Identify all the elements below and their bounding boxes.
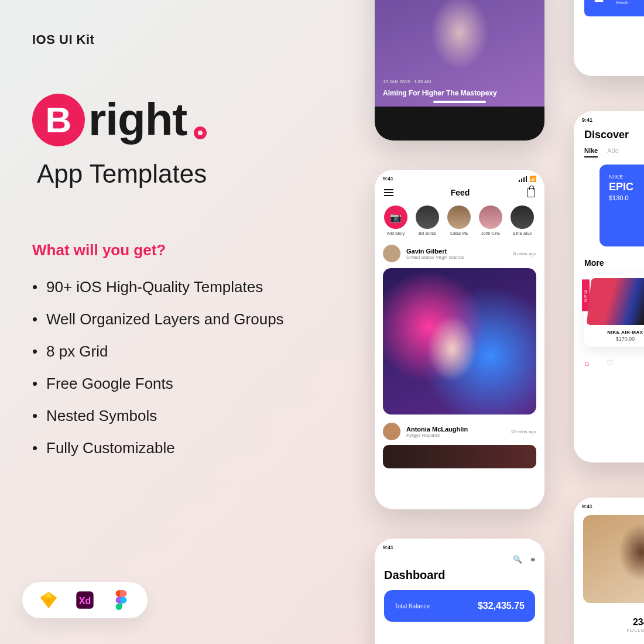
story-label: Bill Jonse xyxy=(419,231,436,235)
status-time: 9:41 xyxy=(383,544,393,550)
post-time: 8 mins ago xyxy=(513,251,536,256)
kicker: IOS UI Kit xyxy=(32,32,337,47)
feature-item: Well Organized Layers and Groups xyxy=(32,310,337,328)
article-title: Aiming For Higher The Mastopexy xyxy=(383,89,536,97)
home-indicator xyxy=(433,101,486,103)
adobe-xd-icon: Xd xyxy=(75,590,95,610)
brand-badge-letter: B xyxy=(46,102,72,138)
phone-dashboard-preview: 9:41 🔍 ≡ Dashboard Total Balance $32,435… xyxy=(375,539,544,644)
product-name: EPIC xyxy=(609,181,644,193)
story-label: Add Story xyxy=(387,231,405,235)
contact-card[interactable]: Vema Masth xyxy=(584,0,644,16)
menu-icon[interactable] xyxy=(384,189,393,196)
tab-nike[interactable]: Nike xyxy=(584,147,598,157)
status-time: 9:41 xyxy=(383,176,393,182)
screen-title: Feed xyxy=(451,188,470,197)
post-image xyxy=(383,445,536,468)
post-image[interactable] xyxy=(383,268,536,415)
figma-icon xyxy=(111,590,131,610)
stories-row: 📷Add Story Bill Jonse Cates Ma John Cina… xyxy=(375,203,544,239)
story-item[interactable]: Bill Jonse xyxy=(415,205,440,235)
category-tabs: Nike Add xyxy=(574,147,644,165)
phone-article-preview: The Women Who Use Them Randall Mason Sel… xyxy=(375,0,544,141)
brand-logo: B right xyxy=(32,93,337,146)
subtitle: App Templates xyxy=(37,159,337,189)
bag-icon[interactable] xyxy=(527,188,535,197)
svg-text:Xd: Xd xyxy=(79,596,91,606)
person-icon xyxy=(592,0,609,7)
brand-wordmark: right xyxy=(88,93,187,146)
story-label: Elina Javo xyxy=(513,231,532,235)
search-icon[interactable]: 🔍 xyxy=(513,555,522,564)
feature-item: 8 px Grid xyxy=(32,342,337,361)
sketch-icon xyxy=(39,590,59,610)
post-location: Kyrgyz Republic xyxy=(406,433,468,438)
article-meta: 12 JAN 2019 · 1:00 AM xyxy=(383,79,431,84)
feature-item: Nested Symbols xyxy=(32,407,337,425)
post-author: Antonia McLaughlin xyxy=(406,426,468,433)
bottom-nav: ⌂ ♡ xyxy=(574,347,644,368)
brand-badge: B xyxy=(32,94,85,146)
balance-label: Total Balance xyxy=(395,603,430,609)
tab-add[interactable]: Add xyxy=(607,147,619,157)
product-card[interactable]: NEW NIKE AIR-MAX $170.00 xyxy=(584,273,644,347)
story-item[interactable]: Cates Ma xyxy=(446,205,472,235)
feature-item: 90+ iOS High-Quality Templates xyxy=(32,278,337,296)
feature-item: Free Google Fonts xyxy=(32,375,337,393)
story-label: Cates Ma xyxy=(450,231,468,235)
section-header: More xyxy=(574,246,644,273)
wifi-icon: 📶 xyxy=(529,176,536,182)
svg-point-11 xyxy=(120,597,126,603)
menu-icon[interactable]: ≡ xyxy=(530,555,535,564)
contact-sub: Masth xyxy=(616,0,633,5)
phone-yesterday-preview: Yesterday Vema Masth xyxy=(574,0,644,76)
product-price: $130.0 xyxy=(609,194,644,201)
screen-title: Discover xyxy=(574,125,644,147)
balance-card[interactable]: Total Balance $32,435.75 xyxy=(384,590,535,622)
product-name: NIKE AIR-MAX xyxy=(589,330,644,335)
profile-image xyxy=(583,515,644,603)
section-heading: What will you get? xyxy=(32,241,337,259)
svg-rect-13 xyxy=(119,604,122,607)
product-brand: NIKE xyxy=(609,174,644,180)
section-header: Portfolio xyxy=(574,635,644,644)
side-filter: Upcoming Featured New xyxy=(574,165,578,246)
home-icon[interactable]: ⌂ xyxy=(584,358,589,368)
post-location: United States Virgin Islands xyxy=(406,255,464,260)
status-time: 9:41 xyxy=(582,117,592,123)
signal-icon: 📶 xyxy=(519,176,536,182)
feature-item: Fully Customizable xyxy=(32,439,337,457)
product-price: $170.00 xyxy=(589,336,644,342)
add-story-button[interactable]: 📷Add Story xyxy=(383,205,409,235)
story-label: John Cina xyxy=(481,231,500,235)
tool-icons-pill: Xd xyxy=(22,582,148,618)
phone-discover-preview: 9:41 Discover Nike Add Upcoming Featured… xyxy=(574,111,644,463)
svg-rect-8 xyxy=(120,590,124,597)
camera-icon: 📷 xyxy=(384,205,407,229)
avatar[interactable] xyxy=(383,245,400,262)
post-time: 12 mins ago xyxy=(511,429,536,434)
product-image xyxy=(587,278,644,325)
story-item[interactable]: Elina Javo xyxy=(509,205,535,235)
phone-feed-preview: 9:41 📶 Feed 📷Add Story Bill Jonse Cates … xyxy=(375,170,544,509)
story-item[interactable]: John Cina xyxy=(478,205,503,235)
heart-icon[interactable]: ♡ xyxy=(607,358,614,368)
post-author: Gavin Gilbert xyxy=(406,248,464,255)
avatar[interactable] xyxy=(383,423,400,440)
stat-label: FOLLOWERS xyxy=(574,628,644,633)
status-time: 9:41 xyxy=(582,503,592,509)
featured-product-card[interactable]: NIKE EPIC $130.0 xyxy=(600,165,644,246)
stat-value: 234K xyxy=(574,617,644,628)
brand-dot-icon xyxy=(194,126,207,139)
screen-title: Dashboard xyxy=(375,568,544,590)
feature-list: 90+ iOS High-Quality Templates Well Orga… xyxy=(32,278,337,457)
balance-amount: $32,435.75 xyxy=(478,601,525,611)
phone-profile-preview: 9:41 234K FOLLOWERS Portfolio xyxy=(574,498,644,644)
